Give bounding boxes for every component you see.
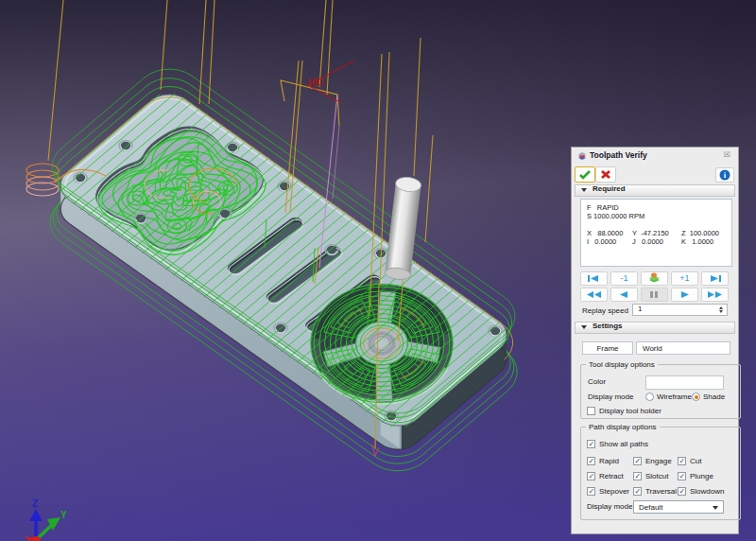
svg-text:Z: Z [32,498,38,509]
svg-text:100: 100 [306,77,323,88]
svg-text:Y: Y [60,510,67,520]
